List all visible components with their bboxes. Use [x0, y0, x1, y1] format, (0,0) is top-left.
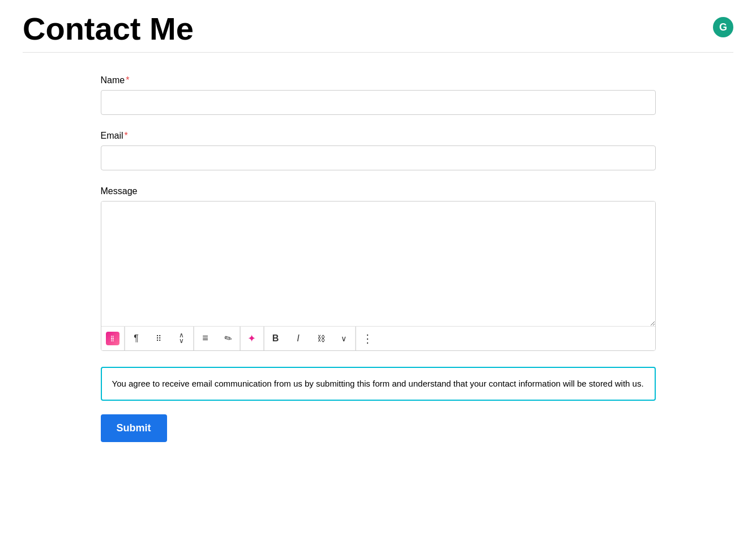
- toolbar-move-button[interactable]: ∧ ∨: [170, 327, 193, 350]
- submit-button[interactable]: Submit: [101, 414, 167, 442]
- toolbar-grammarly-button[interactable]: ⣿: [101, 327, 124, 350]
- toolbar-typography-section: B I ⛓ ∨: [264, 327, 356, 350]
- email-field-group: Email*: [101, 131, 656, 170]
- toolbar-text-section: ⠿ ∧ ∨: [125, 327, 194, 350]
- toolbar-more-button[interactable]: ⋮: [356, 327, 379, 350]
- page-title: Contact Me: [23, 11, 194, 46]
- align-icon: ≡: [202, 332, 208, 344]
- toolbar-sparkle-button[interactable]: ✦: [241, 327, 263, 350]
- toolbar-chevron-button[interactable]: ∨: [332, 327, 355, 350]
- sparkle-icon: ✦: [247, 332, 256, 345]
- email-input[interactable]: [101, 145, 656, 170]
- contact-form: Name* Email* Message ⣿: [101, 75, 656, 442]
- message-toolbar: ⣿ ⠿ ∧ ∨: [101, 326, 655, 350]
- italic-icon: I: [297, 333, 299, 344]
- name-required-asterisk: *: [126, 75, 129, 85]
- grammarly-toolbar-icon: ⣿: [106, 332, 119, 345]
- consent-box: You agree to receive email communication…: [101, 367, 656, 401]
- grid-icon: ⠿: [156, 334, 162, 343]
- name-field-group: Name*: [101, 75, 656, 115]
- toolbar-grammarly-section: ⣿: [101, 327, 125, 350]
- consent-text: You agree to receive email communication…: [112, 379, 644, 388]
- chevron-down-icon: ∨: [341, 334, 347, 343]
- message-field-group: Message ⣿: [101, 186, 656, 351]
- toolbar-grid-button[interactable]: ⠿: [148, 327, 170, 350]
- email-label: Email*: [101, 131, 656, 141]
- toolbar-link-button[interactable]: ⛓: [310, 327, 332, 350]
- message-label: Message: [101, 186, 656, 196]
- grammarly-badge[interactable]: G: [713, 17, 733, 37]
- email-required-asterisk: *: [125, 131, 128, 140]
- message-textarea[interactable]: [101, 202, 655, 326]
- name-input[interactable]: [101, 90, 656, 115]
- message-wrapper: ⣿ ⠿ ∧ ∨: [101, 201, 656, 351]
- link-icon: ⛓: [317, 334, 325, 343]
- pin-icon: ✎: [222, 332, 234, 345]
- toolbar-italic-button[interactable]: I: [287, 327, 310, 350]
- move-icon: ∧ ∨: [179, 333, 184, 344]
- toolbar-sparkle-section: ✦: [241, 327, 264, 350]
- bold-icon: B: [272, 333, 279, 344]
- paragraph-icon: [134, 333, 139, 344]
- more-dots-icon: ⋮: [362, 332, 373, 345]
- page-header: Contact Me G: [23, 11, 733, 53]
- toolbar-more-section: ⋮: [356, 327, 379, 350]
- toolbar-bold-button[interactable]: B: [264, 327, 287, 350]
- toolbar-format-section: ≡ ✎: [194, 327, 240, 350]
- toolbar-paragraph-button[interactable]: [125, 327, 148, 350]
- toolbar-pin-button[interactable]: ✎: [217, 327, 240, 350]
- name-label: Name*: [101, 75, 656, 85]
- toolbar-align-button[interactable]: ≡: [194, 327, 217, 350]
